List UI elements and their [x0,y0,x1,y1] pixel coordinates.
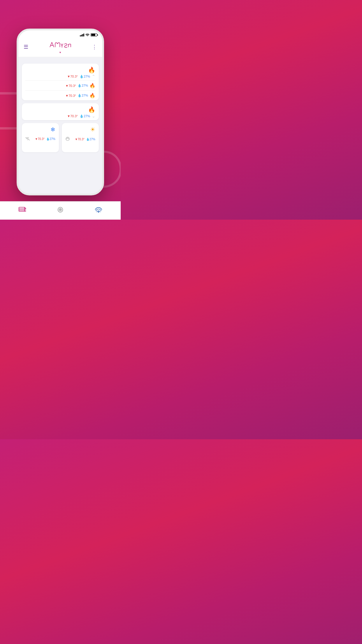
room-row-living[interactable]: ▼70.3° 💧27% 🔥 [22,91,99,100]
baseboard-icon [18,206,26,215]
status-bar [18,30,102,38]
device-ac-stats: ▼70.3° 💧27% [35,137,55,141]
sun-icon: ☀ [90,126,95,133]
svg-point-0 [87,36,87,36]
device-floor-header: ☀ [65,126,95,133]
header-section [0,0,121,26]
nav-item-inFloor[interactable] [56,205,64,215]
device-card-floor[interactable]: ☀ ▼70.3° 💧27% [62,123,99,152]
outside-temp-group2: ▼70.3° [67,114,78,118]
sync-icon [65,136,70,142]
room-stats-living: ▼70.3° 💧27% 🔥 [65,93,95,98]
device-ac-footer: ▼70.3° 💧27% [25,136,55,141]
humidity-group2: 💧27% [80,114,90,118]
more-options-icon[interactable]: ⋮ [92,44,97,50]
flame-icon-group2: 🔥 [88,106,95,113]
group-card-header-first-floor: 🔥 [22,64,99,74]
signal-icon [80,34,84,36]
device-card-ac[interactable]: ❄ ▼70.3° [22,123,59,152]
device-floor-footer: ▼70.3° 💧27% [65,136,95,142]
wifi-off-icon [25,136,30,141]
chevron-up-icon[interactable]: ⌃ [92,74,95,79]
chevron-down-icon[interactable]: ⌄ [92,114,95,118]
outside-temp-group1: ▼70.3° [67,75,78,78]
nav-item-baseboard[interactable] [18,205,26,215]
flame-icon-living: 🔥 [89,93,95,98]
phone-frame: ☰ ▾ [17,29,104,195]
device-cards-row: ❄ ▼70.3° [22,123,99,152]
device-ac-header: ❄ [25,126,55,133]
flame-icon-dining: 🔥 [89,83,95,88]
status-icons [80,33,97,36]
flame-icon-group1: 🔥 [88,66,95,74]
group-card-first-floor[interactable]: 🔥 ▼70.3° 💧27% ⌃ ▼70.3° 💧27% 🔥 [22,64,99,100]
app-logo: ▾ [48,40,72,54]
group-stats-first-floor: ▼70.3° 💧27% ⌃ [22,74,99,80]
snowflake-icon: ❄ [50,126,55,133]
app-logo-text [48,40,72,51]
phone-mockup: ☰ ▾ [0,26,121,201]
room-row-dining[interactable]: ▼70.3° 💧27% 🔥 [22,81,99,90]
group-card-second-floor[interactable]: 🔥 ▼70.3° 💧27% ⌄ [22,103,99,120]
device-floor-stats: ▼70.3° 💧27% [75,138,95,141]
wifi-icon [85,34,89,36]
room-stats-dining: ▼70.3° 💧27% 🔥 [65,83,95,88]
group-card-header-second-floor: 🔥 [22,103,99,113]
humidity-group1: 💧27% [80,75,90,78]
inFloor-icon [56,206,64,215]
battery-icon [91,33,97,36]
svg-point-1 [27,140,28,140]
svg-point-13 [98,211,99,212]
svg-rect-3 [19,207,24,211]
app-content: 🔥 ▼70.3° 💧27% ⌃ ▼70.3° 💧27% 🔥 [18,57,102,194]
nav-item-ac[interactable] [94,205,103,215]
app-navbar: ☰ ▾ [18,38,102,57]
ac-icon [94,206,103,215]
logo-chevron-icon: ▾ [48,51,72,54]
group-stats-second-floor: ▼70.3° 💧27% ⌄ [22,113,99,120]
bottom-nav [0,201,121,220]
app-empty-space [22,155,99,190]
svg-point-12 [60,209,61,210]
hamburger-menu-icon[interactable]: ☰ [24,44,28,50]
